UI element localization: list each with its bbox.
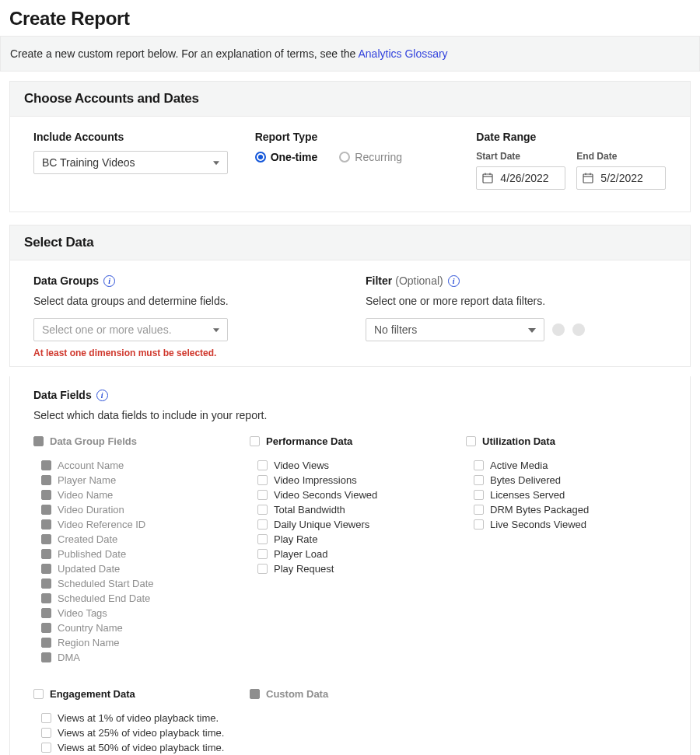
field-checkbox[interactable] xyxy=(41,713,51,723)
field-checkbox[interactable] xyxy=(41,728,51,738)
field-label-text: Bytes Delivered xyxy=(490,474,561,486)
field-checkbox[interactable] xyxy=(41,743,51,753)
field-label-text: Updated Date xyxy=(58,563,120,575)
chevron-down-icon xyxy=(213,161,219,165)
field-label-text: Views at 25% of video playback time. xyxy=(58,727,224,739)
field-checkbox[interactable] xyxy=(474,475,484,485)
field-checkbox[interactable] xyxy=(474,460,484,470)
field-checkbox[interactable] xyxy=(41,578,51,589)
data-groups-desc: Select data groups and determine fields. xyxy=(33,295,334,307)
report-type-label: Report Type xyxy=(255,131,446,143)
field-item: Player Name xyxy=(41,473,234,488)
start-date-label: Start Date xyxy=(476,151,565,162)
filter-add-button[interactable] xyxy=(572,323,585,336)
field-label-text: Daily Unique Viewers xyxy=(274,519,369,530)
end-date-value: 5/2/2022 xyxy=(600,172,643,184)
report-type-col: Report Type One-time Recurring xyxy=(255,131,446,163)
end-date-label: End Date xyxy=(576,151,666,162)
info-icon[interactable]: i xyxy=(448,275,460,287)
performance-data-checkbox[interactable] xyxy=(250,436,260,446)
accounts-dates-panel: Choose Accounts and Dates Include Accoun… xyxy=(9,81,691,212)
field-checkbox[interactable] xyxy=(41,593,51,603)
field-item: Scheduled Start Date xyxy=(41,576,234,591)
field-label-text: Views at 50% of video playback time. xyxy=(58,742,224,753)
field-checkbox[interactable] xyxy=(41,608,51,618)
field-label-text: DMA xyxy=(58,652,80,663)
field-item: Video Views xyxy=(257,458,450,473)
field-checkbox[interactable] xyxy=(41,505,51,515)
data-group-fields-list: Account NamePlayer NameVideo NameVideo D… xyxy=(41,458,234,665)
field-checkbox[interactable] xyxy=(257,460,268,470)
field-checkbox[interactable] xyxy=(41,534,51,544)
field-checkbox[interactable] xyxy=(41,490,51,500)
engagement-data-title: Engagement Data xyxy=(50,688,135,700)
radio-label-recurring: Recurring xyxy=(355,151,402,163)
field-label-text: Published Date xyxy=(58,548,126,560)
intro-text: Create a new custom report below. For an… xyxy=(10,47,358,60)
analytics-glossary-link[interactable]: Analytics Glossary xyxy=(358,47,447,60)
field-label-text: Video Seconds Viewed xyxy=(274,489,377,501)
filter-select[interactable]: No filters xyxy=(366,318,544,341)
field-item: Bytes Delivered xyxy=(474,473,667,488)
field-item: Live Seconds Viewed xyxy=(474,517,667,532)
include-accounts-label: Include Accounts xyxy=(33,131,224,143)
utilization-data-checkbox[interactable] xyxy=(466,436,476,446)
include-accounts-select[interactable]: BC Training Videos xyxy=(33,151,228,174)
field-checkbox[interactable] xyxy=(41,519,51,530)
field-item: Region Name xyxy=(41,635,234,650)
field-label-text: Active Media xyxy=(490,460,548,471)
date-range-col: Date Range Start Date 4/26/2022 End Date xyxy=(476,131,667,190)
field-checkbox[interactable] xyxy=(474,490,484,500)
field-checkbox[interactable] xyxy=(257,534,268,544)
end-date-input[interactable]: 5/2/2022 xyxy=(576,166,666,190)
field-checkbox[interactable] xyxy=(41,564,51,574)
data-group-fields-col: Data Group Fields Account NamePlayer Nam… xyxy=(33,435,234,665)
engagement-data-list: Views at 1% of video playback time.Views… xyxy=(41,711,234,755)
info-icon[interactable]: i xyxy=(96,390,108,401)
field-label-text: Total Bandwidth xyxy=(274,504,345,516)
select-data-header: Select Data xyxy=(10,225,690,260)
start-date-input[interactable]: 4/26/2022 xyxy=(476,166,565,190)
filter-remove-button[interactable] xyxy=(552,323,565,336)
field-checkbox[interactable] xyxy=(41,638,51,648)
performance-data-title: Performance Data xyxy=(266,435,352,447)
field-checkbox[interactable] xyxy=(257,519,268,530)
field-item: DMA xyxy=(41,650,234,665)
field-label-text: Video Impressions xyxy=(274,474,357,486)
field-checkbox[interactable] xyxy=(41,623,51,633)
calendar-icon xyxy=(482,173,493,184)
field-item: Views at 1% of video playback time. xyxy=(41,711,234,725)
data-group-fields-checkbox[interactable] xyxy=(33,436,44,446)
field-item: Video Duration xyxy=(41,502,234,517)
field-checkbox[interactable] xyxy=(41,460,51,470)
field-checkbox[interactable] xyxy=(257,505,268,515)
field-item: Video Reference ID xyxy=(41,517,234,532)
field-checkbox[interactable] xyxy=(257,490,268,500)
field-label-text: Region Name xyxy=(58,637,120,648)
field-item: Player Load xyxy=(257,547,450,561)
field-checkbox[interactable] xyxy=(474,505,484,515)
field-checkbox[interactable] xyxy=(257,475,268,485)
data-groups-label: Data Groups xyxy=(33,274,99,287)
custom-data-checkbox[interactable] xyxy=(250,689,260,699)
field-checkbox[interactable] xyxy=(257,564,268,574)
filter-placeholder: No filters xyxy=(374,323,417,336)
field-item: Video Impressions xyxy=(257,473,450,488)
report-type-one-time-radio[interactable]: One-time xyxy=(255,151,318,163)
field-label-text: DRM Bytes Packaged xyxy=(490,504,589,516)
engagement-data-col: Engagement Data Views at 1% of video pla… xyxy=(33,688,234,755)
field-checkbox[interactable] xyxy=(41,475,51,485)
field-checkbox[interactable] xyxy=(257,549,268,559)
info-icon[interactable]: i xyxy=(103,275,115,287)
field-checkbox[interactable] xyxy=(41,549,51,559)
field-checkbox[interactable] xyxy=(41,652,51,662)
field-item: Active Media xyxy=(474,458,667,473)
data-groups-section: Data Groups i Select data groups and det… xyxy=(33,274,334,358)
calendar-icon xyxy=(583,173,593,184)
engagement-data-checkbox[interactable] xyxy=(33,689,44,699)
filter-section: Filter (Optional) i Select one or more r… xyxy=(366,274,667,358)
include-accounts-value: BC Training Videos xyxy=(42,156,135,169)
report-type-recurring-radio[interactable]: Recurring xyxy=(339,151,402,163)
field-checkbox[interactable] xyxy=(474,519,484,530)
data-groups-select[interactable]: Select one or more values. xyxy=(33,318,228,341)
